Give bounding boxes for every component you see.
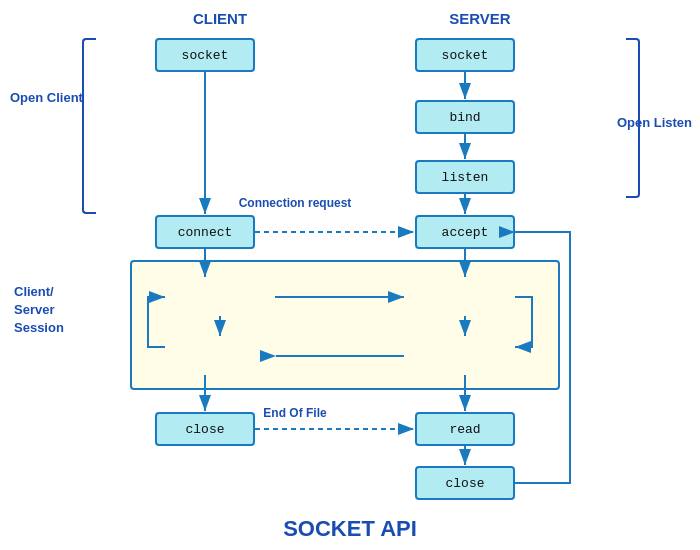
server-read2-box: read — [415, 412, 515, 446]
session-area — [130, 260, 560, 390]
server-close-box: close — [415, 466, 515, 500]
server-bind-box: bind — [415, 100, 515, 134]
server-listen-box: listen — [415, 160, 515, 194]
end-of-file-label: End Of File — [230, 406, 360, 420]
connection-request-label: Connection request — [230, 196, 360, 210]
session-label: Client/ Server Session — [14, 283, 64, 338]
server-socket-box: socket — [415, 38, 515, 72]
open-client-label: Open Client — [10, 90, 83, 105]
server-header: SERVER — [420, 10, 540, 27]
open-listen-brace — [626, 38, 640, 198]
server-accept-box: accept — [415, 215, 515, 249]
client-socket-box: socket — [155, 38, 255, 72]
client-connect-box: connect — [155, 215, 255, 249]
diagram-container: CLIENT SERVER socket connect write read … — [0, 0, 700, 550]
client-header: CLIENT — [160, 10, 280, 27]
open-client-brace — [82, 38, 96, 214]
page-title: SOCKET API — [0, 516, 700, 542]
